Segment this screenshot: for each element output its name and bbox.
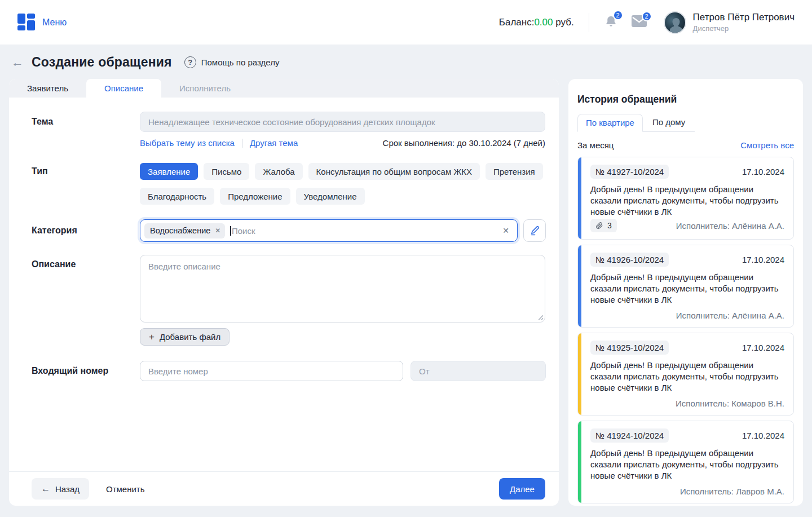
category-label: Категория xyxy=(32,219,140,242)
description-label: Описание xyxy=(32,255,140,346)
executor-label: Исполнитель: Алёнина А.А. xyxy=(676,311,784,320)
request-number-badge: № 41927-10/2024 xyxy=(590,165,669,179)
help-label: Помощь по разделу xyxy=(201,58,280,67)
theme-label: Тема xyxy=(32,112,140,148)
links-divider xyxy=(242,139,242,148)
status-stripe xyxy=(578,245,581,327)
request-text: Добрый день! В предыдущем обращении сказ… xyxy=(590,184,784,218)
next-button[interactable]: Далее xyxy=(499,478,545,500)
user-role: Диспетчер xyxy=(693,24,795,33)
category-edit-button[interactable] xyxy=(523,219,546,242)
request-date: 17.10.2024 xyxy=(742,431,784,440)
user-avatar[interactable] xyxy=(664,11,686,34)
balance-value: 0.00 xyxy=(534,17,553,28)
history-card[interactable]: № 41925-10/2024 17.10.2024 Добрый день! … xyxy=(577,333,794,416)
request-text: Добрый день! В предыдущем обращении сказ… xyxy=(590,272,784,306)
theme-row: Тема Выбрать тему из списка Другая тема … xyxy=(23,112,545,148)
tab-description[interactable]: Описание xyxy=(86,79,161,98)
paperclip-icon xyxy=(595,222,603,229)
type-option-pretenziya[interactable]: Претензия xyxy=(486,163,543,180)
category-row: Категория Водоснабжение ✕ Поиск ✕ xyxy=(23,219,545,242)
type-option-konsultaciya[interactable]: Консультация по общим вопросам ЖКХ xyxy=(308,163,480,180)
pencil-icon xyxy=(529,225,540,236)
description-row: Описание + Добавить файл xyxy=(23,255,545,346)
attachments-badge[interactable]: 3 xyxy=(590,219,617,232)
plus-icon: + xyxy=(149,332,155,342)
incoming-date-input[interactable] xyxy=(411,361,546,381)
category-clear-icon[interactable]: ✕ xyxy=(502,226,509,235)
status-stripe xyxy=(578,157,581,239)
create-request-panel: Заявитель Описание Исполнитель Тема Выбр… xyxy=(9,79,559,506)
incoming-number-row: Входящий номер xyxy=(23,361,545,381)
chip-remove-icon[interactable]: ✕ xyxy=(215,227,220,235)
page-title-row: ← Создание обращения ? Помощь по разделу xyxy=(11,55,279,70)
category-chip: Водоснабжение ✕ xyxy=(144,223,225,238)
notifications-count-badge: 2 xyxy=(613,10,623,20)
top-header: Меню Баланс:0.00 руб. 2 2 Петров Пётр Пе… xyxy=(0,0,812,45)
back-button-arrow-icon: ← xyxy=(41,484,50,494)
other-theme-link[interactable]: Другая тема xyxy=(250,138,298,148)
request-text: Добрый день! В предыдущем обращении сказ… xyxy=(590,448,784,481)
history-card[interactable]: № 41927-10/2024 17.10.2024 Добрый день! … xyxy=(577,157,794,240)
theme-input[interactable] xyxy=(140,112,545,132)
executor-label: Исполнитель: Лавров М.А. xyxy=(680,487,784,496)
add-file-button[interactable]: + Добавить файл xyxy=(140,328,230,346)
back-button[interactable]: ← Назад xyxy=(32,478,89,500)
history-title: История обращений xyxy=(577,94,794,105)
type-row: Тип Заявление Письмо Жалоба Консультация… xyxy=(23,163,545,205)
tab-by-apartment[interactable]: По квартире xyxy=(577,114,643,132)
type-option-uvedomlenie[interactable]: Уведомление xyxy=(296,188,365,205)
avatar-silhouette-icon xyxy=(669,17,683,34)
cancel-button[interactable]: Отменить xyxy=(106,484,145,494)
type-option-predlozhenie[interactable]: Предложение xyxy=(220,188,290,205)
request-date: 17.10.2024 xyxy=(742,255,784,264)
app-logo-icon[interactable] xyxy=(17,14,36,32)
choose-theme-link[interactable]: Выбрать тему из списка xyxy=(140,138,235,148)
see-all-link[interactable]: Смотреть все xyxy=(740,140,794,150)
form-tabs: Заявитель Описание Исполнитель xyxy=(9,79,559,98)
executor-label: Исполнитель: Комаров В.Н. xyxy=(676,399,784,408)
tab-by-house[interactable]: По дому xyxy=(643,114,695,131)
header-divider xyxy=(589,13,589,32)
history-card[interactable]: № 41926-10/2024 17.10.2024 Добрый день! … xyxy=(577,245,794,328)
request-date: 17.10.2024 xyxy=(742,167,784,176)
notifications-button[interactable]: 2 xyxy=(604,14,618,31)
form-footer: ← Назад Отменить Далее xyxy=(9,471,559,506)
text-caret xyxy=(230,226,231,236)
balance-text: Баланс:0.00 руб. xyxy=(499,17,574,28)
executor-label: Исполнитель: Алёнина А.А. xyxy=(676,221,784,231)
history-panel: История обращений По квартире По дому За… xyxy=(568,79,803,506)
type-option-blagodarnost[interactable]: Благодарность xyxy=(140,188,214,205)
section-help-link[interactable]: ? Помощь по разделу xyxy=(184,56,280,68)
history-list: № 41927-10/2024 17.10.2024 Добрый день! … xyxy=(577,157,794,503)
messages-button[interactable]: 2 xyxy=(632,15,647,29)
category-search-placeholder: Поиск xyxy=(232,226,502,236)
description-textarea[interactable] xyxy=(140,255,545,322)
request-text: Добрый день! В предыдущем обращении сказ… xyxy=(590,360,784,394)
help-icon: ? xyxy=(184,56,196,68)
status-stripe xyxy=(578,333,581,415)
user-name[interactable]: Петров Пётр Петрович xyxy=(693,12,795,23)
tab-applicant[interactable]: Заявитель xyxy=(9,79,86,98)
request-number-badge: № 41926-10/2024 xyxy=(590,253,669,267)
category-search-input[interactable]: Водоснабжение ✕ Поиск ✕ xyxy=(140,219,518,242)
history-card[interactable]: № 41924-10/2024 17.10.2024 Добрый день! … xyxy=(577,421,794,503)
page-title: Создание обращения xyxy=(32,55,172,70)
request-date: 17.10.2024 xyxy=(742,343,784,352)
tab-executor[interactable]: Исполнитель xyxy=(161,79,249,98)
type-option-pismo[interactable]: Письмо xyxy=(204,163,249,180)
period-label: За месяц xyxy=(577,140,614,150)
status-stripe xyxy=(578,421,581,503)
back-arrow-icon[interactable]: ← xyxy=(11,55,26,70)
menu-button[interactable]: Меню xyxy=(42,17,67,28)
type-option-zhaloba[interactable]: Жалоба xyxy=(255,163,302,180)
deadline-text: Срок выполнения: до 30.10.2024 (7 дней) xyxy=(383,138,545,148)
incoming-number-input[interactable] xyxy=(140,361,403,381)
request-number-badge: № 41925-10/2024 xyxy=(590,341,669,355)
type-label: Тип xyxy=(32,163,140,205)
type-option-zayavlenie[interactable]: Заявление xyxy=(140,163,198,180)
history-tabs: По квартире По дому xyxy=(577,114,695,132)
incoming-number-label: Входящий номер xyxy=(32,361,140,381)
request-number-badge: № 41924-10/2024 xyxy=(590,428,669,443)
messages-count-badge: 2 xyxy=(642,11,652,21)
